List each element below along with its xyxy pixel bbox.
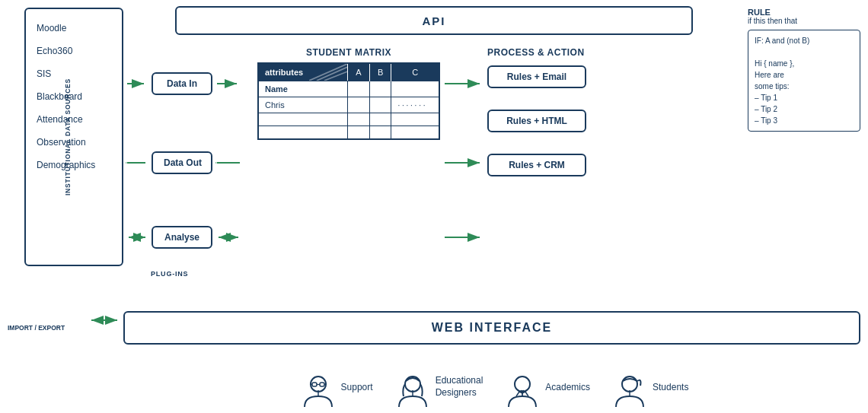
col-b-sub — [369, 81, 391, 97]
sidebar-label: INSTITUTIONAL DATA SOURCES — [64, 78, 72, 195]
empty-a-1 — [348, 113, 370, 126]
empty-c-2 — [391, 126, 439, 140]
support-icon — [302, 367, 335, 407]
analyse-row: Analyse — [126, 226, 242, 249]
web-interface-box: WEB INTERFACE — [123, 311, 860, 345]
chris-b-cell — [369, 97, 391, 113]
col-a-header: A — [348, 63, 370, 81]
analyse-button[interactable]: Analyse — [152, 226, 212, 249]
sidebar-item-moodle: Moodle — [37, 23, 111, 33]
web-interface-label: WEB INTERFACE — [432, 321, 552, 335]
empty-c-1 — [391, 113, 439, 126]
data-out-button[interactable]: Data Out — [152, 151, 212, 174]
personas-section: Support EducationalDesigners — [129, 367, 860, 407]
students-persona: Students — [613, 367, 688, 407]
matrix-to-process-arrow2 — [443, 155, 485, 173]
process-action-title: PROCESS & ACTION — [487, 47, 586, 58]
chris-a-cell — [348, 97, 370, 113]
students-label: Students — [653, 382, 688, 392]
rules-crm-button[interactable]: Rules + CRM — [487, 154, 586, 176]
import-export-label: IMPORT / EXPORT — [8, 324, 65, 332]
empty-a-2 — [348, 126, 370, 140]
educational-designers-persona: EducationalDesigners — [396, 367, 483, 407]
data-out-row: Data Out — [126, 151, 242, 174]
process-buttons: Rules + Email Rules + HTML Rules + CRM — [487, 65, 586, 176]
arrow-analyse-right — [215, 230, 242, 245]
sidebar-item-echo360: Echo360 — [37, 46, 111, 56]
academics-icon — [506, 367, 539, 407]
chris-cell: Chris — [258, 97, 348, 113]
data-in-button[interactable]: Data In — [152, 72, 212, 95]
academics-persona: Academics — [506, 367, 590, 407]
student-matrix-section: STUDENT MATRIX attributes A B C — [257, 47, 440, 140]
rule-title: RULE — [748, 8, 860, 17]
support-label: Support — [341, 382, 373, 392]
svg-line-31 — [310, 384, 312, 385]
sidebar-item-sis: SIS — [37, 68, 111, 79]
sidebar-item-observation: Observation — [37, 137, 111, 148]
api-label: API — [422, 14, 445, 27]
col-b-header: B — [369, 63, 391, 81]
empty-name-2 — [258, 126, 348, 140]
api-box: API — [175, 6, 693, 35]
svg-line-14 — [309, 64, 347, 81]
process-action-section: PROCESS & ACTION Rules + Email Rules + H… — [487, 47, 586, 176]
empty-b-1 — [369, 113, 391, 126]
educational-designers-icon — [396, 367, 429, 407]
svg-line-32 — [324, 384, 327, 385]
rule-content-box: IF: A and (not B) Hi { name }, Here are … — [748, 30, 860, 132]
attributes-header: attributes — [258, 63, 348, 81]
plugins-label: PLUG-INS — [151, 270, 188, 278]
sidebar-items-list: Moodle Echo360 SIS Blackboard Attendance… — [26, 9, 122, 184]
chris-c-cell: · · · · · · · — [391, 97, 439, 113]
arrow-from-dataout — [126, 155, 148, 170]
import-export-arrow — [88, 312, 122, 332]
col-c-sub — [391, 81, 439, 97]
empty-name-1 — [258, 113, 348, 126]
arrow-datain-to-matrix — [215, 76, 242, 91]
empty-b-2 — [369, 126, 391, 140]
sidebar-item-attendance: Attendance — [37, 114, 111, 125]
arrow-to-datain — [126, 76, 148, 91]
name-col-header: Name — [258, 81, 348, 97]
rules-html-button[interactable]: Rules + HTML — [487, 110, 586, 132]
arrow-analyse-left — [126, 230, 148, 245]
sidebar-item-demographics: Demographics — [37, 160, 111, 170]
rules-email-button[interactable]: Rules + Email — [487, 65, 586, 88]
rule-section: RULE if this then that IF: A and (not B)… — [748, 8, 860, 132]
table-row: Chris · · · · · · · — [258, 97, 439, 113]
matrix-to-process-arrow1 — [443, 76, 485, 94]
table-row-empty1 — [258, 113, 439, 126]
academics-label: Academics — [545, 382, 590, 392]
matrix-to-process-arrow3 — [443, 230, 485, 248]
student-matrix-table: attributes A B C Name — [257, 62, 440, 140]
svg-point-37 — [515, 376, 530, 392]
col-c-header: C — [391, 63, 439, 81]
student-matrix-title: STUDENT MATRIX — [257, 47, 440, 58]
data-in-row: Data In — [126, 72, 242, 95]
rule-subtitle: if this then that — [748, 17, 860, 25]
sidebar-item-blackboard: Blackboard — [37, 91, 111, 102]
support-persona: Support — [302, 367, 373, 407]
table-row-empty2 — [258, 126, 439, 140]
arrow-matrix-to-dataout — [215, 155, 242, 170]
students-icon — [613, 367, 646, 407]
diagonal-lines-icon — [309, 64, 347, 81]
svg-rect-28 — [312, 383, 317, 386]
svg-rect-29 — [320, 383, 324, 386]
educational-designers-label: EducationalDesigners — [436, 375, 483, 399]
institutional-data-sources-box: INSTITUTIONAL DATA SOURCES Moodle Echo36… — [24, 8, 123, 266]
col-a-sub — [348, 81, 370, 97]
diagram: INSTITUTIONAL DATA SOURCES Moodle Echo36… — [0, 0, 868, 413]
